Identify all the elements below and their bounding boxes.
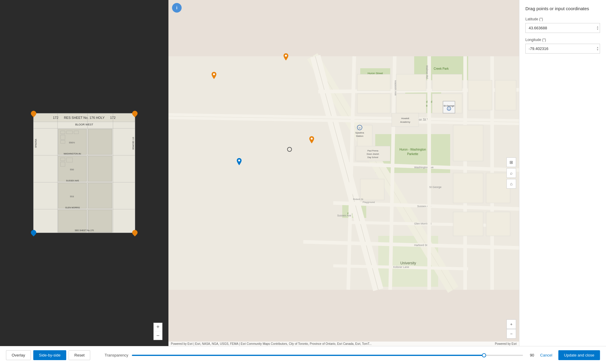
- left-panel: 172 RES SHEET No. 176 HOLY 172 BLOOR WES…: [0, 0, 168, 346]
- svg-text:H: H: [448, 108, 450, 110]
- latitude-input[interactable]: [525, 23, 600, 33]
- svg-text:553: 553: [70, 195, 74, 198]
- slider-thumb[interactable]: [482, 353, 486, 357]
- map-pin-orange-2[interactable]: [210, 72, 218, 79]
- svg-text:550: 550: [70, 168, 74, 171]
- bottom-bar: Overlay Side-by-side Reset Transparency …: [0, 346, 606, 364]
- svg-rect-88: [453, 125, 483, 161]
- svg-rect-12: [88, 129, 112, 154]
- svg-rect-83: [432, 74, 462, 91]
- svg-rect-104: [392, 113, 419, 127]
- svg-text:Creek Park: Creek Park: [434, 67, 449, 70]
- map-zoom-controls: + −: [506, 319, 516, 339]
- slider-track: [132, 355, 523, 356]
- map-pin-orange-3[interactable]: [308, 136, 315, 143]
- svg-text:SPADINA: SPADINA: [35, 139, 37, 148]
- left-zoom-out-button[interactable]: −: [154, 331, 162, 340]
- svg-rect-96: [443, 101, 455, 113]
- target-marker: [287, 147, 292, 152]
- svg-rect-17: [58, 210, 87, 232]
- search-icon: ⌕: [510, 171, 512, 175]
- svg-rect-85: [396, 94, 426, 113]
- svg-text:Huron - Washington: Huron - Washington: [400, 148, 426, 151]
- grid-button[interactable]: ⊞: [506, 157, 516, 167]
- svg-text:University: University: [400, 261, 416, 265]
- latitude-input-wrap: ▲ ▼: [525, 23, 600, 33]
- attribution-text-left: Powered by Esri | Esri, NASA, NGA, USGS,…: [171, 342, 372, 345]
- svg-text:Howlett: Howlett: [401, 117, 409, 120]
- map-pin-orange-1[interactable]: [282, 53, 290, 60]
- longitude-arrows[interactable]: ▲ ▼: [596, 46, 599, 51]
- latitude-down-arrow[interactable]: ▼: [596, 28, 599, 31]
- longitude-down-arrow[interactable]: ▼: [596, 49, 599, 51]
- search-button[interactable]: ⌕: [506, 168, 516, 178]
- latitude-label: Latitude (°): [525, 17, 600, 21]
- left-zoom-controls: + −: [153, 323, 162, 340]
- svg-rect-93: [360, 179, 384, 200]
- left-zoom-in-button[interactable]: +: [154, 323, 162, 331]
- svg-rect-18: [88, 210, 112, 232]
- attribution-text-right: Powered by Esri: [495, 342, 517, 345]
- longitude-input[interactable]: [525, 44, 600, 54]
- svg-text:172      RES SHEET No. 176 HOL: 172 RES SHEET No. 176 HOLY 172: [53, 116, 115, 119]
- svg-point-116: [238, 160, 240, 162]
- svg-text:Day School: Day School: [367, 156, 378, 159]
- svg-point-114: [285, 55, 287, 57]
- side-by-side-button[interactable]: Side-by-side: [33, 350, 66, 360]
- transparency-value: 90: [527, 353, 534, 357]
- svg-rect-94: [453, 212, 483, 236]
- svg-rect-89: [468, 80, 492, 110]
- home-button[interactable]: ⌂: [506, 179, 516, 189]
- map-tools: ⊞ ⌕ ⌂: [506, 157, 516, 189]
- longitude-label: Longitude (°): [525, 38, 600, 42]
- svg-text:Parkette: Parkette: [407, 152, 418, 156]
- svg-text:Paul Penna: Paul Penna: [367, 150, 378, 152]
- svg-rect-14: [88, 156, 112, 181]
- svg-text:BLOOR   WEST: BLOOR WEST: [75, 123, 94, 126]
- update-close-button[interactable]: Update and close: [558, 350, 600, 360]
- overlay-button[interactable]: Overlay: [6, 350, 31, 360]
- map-area[interactable]: Creek Park Huron Street Playground Bloor…: [168, 0, 519, 346]
- svg-rect-81: [357, 74, 390, 91]
- map-zoom-in-button[interactable]: +: [506, 319, 516, 329]
- svg-text:SUSSEX AVE: SUSSEX AVE: [66, 180, 79, 182]
- svg-point-117: [311, 138, 313, 140]
- transparency-slider-wrap[interactable]: [132, 355, 523, 356]
- svg-rect-16: [88, 183, 112, 208]
- map-background: Creek Park Huron Street Playground Bloor…: [168, 0, 519, 346]
- blueprint-image: 172 RES SHEET No. 176 HOLY 172 BLOOR WES…: [34, 113, 135, 233]
- svg-rect-90: [495, 80, 516, 110]
- svg-rect-84: [357, 94, 390, 113]
- home-icon: ⌂: [510, 181, 512, 186]
- svg-text:Robert St: Robert St: [353, 198, 364, 201]
- reset-button[interactable]: Reset: [69, 350, 90, 360]
- svg-text:WASHINGTON AV.: WASHINGTON AV.: [64, 153, 82, 155]
- info-marker[interactable]: i: [172, 3, 182, 13]
- svg-text:Spadina: Spadina: [355, 131, 364, 134]
- svg-rect-82: [396, 74, 426, 91]
- svg-rect-91: [453, 173, 483, 203]
- svg-text:Kolsner Lane: Kolsner Lane: [393, 266, 409, 269]
- svg-text:Station: Station: [356, 135, 364, 137]
- slider-fill: [132, 355, 484, 356]
- grid-icon: ⊞: [509, 160, 513, 165]
- panel-title: Drag points or input coordinates: [525, 6, 600, 11]
- right-actions: Cancel Update and close: [536, 350, 600, 360]
- transparency-section: Transparency 90: [93, 353, 534, 357]
- right-panel: Drag points or input coordinates Latitud…: [519, 0, 606, 346]
- transparency-label: Transparency: [105, 353, 128, 357]
- longitude-input-wrap: ▲ ▼: [525, 44, 600, 54]
- blueprint-container: 172 RES SHEET No. 176 HOLY 172 BLOOR WES…: [33, 113, 135, 233]
- map-zoom-out-button[interactable]: −: [506, 329, 516, 339]
- svg-text:550½: 550½: [69, 141, 75, 144]
- svg-text:Down Jewish: Down Jewish: [367, 153, 379, 155]
- svg-rect-95: [486, 212, 510, 236]
- map-pin-blue[interactable]: [236, 158, 243, 165]
- cancel-button[interactable]: Cancel: [536, 351, 556, 360]
- latitude-arrows[interactable]: ▲ ▼: [596, 26, 599, 31]
- map-attribution: Powered by Esri | Esri, NASA, NGA, USGS,…: [168, 342, 519, 346]
- svg-text:SEE SHEET No.170: SEE SHEET No.170: [75, 229, 94, 231]
- svg-text:H: H: [359, 127, 361, 129]
- info-icon: i: [176, 5, 177, 10]
- svg-text:ST. GEORGE: ST. GEORGE: [132, 137, 134, 150]
